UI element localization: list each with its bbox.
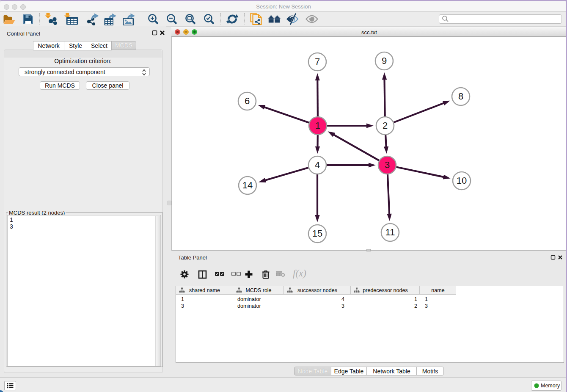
svg-text:10: 10 xyxy=(457,175,467,186)
svg-text:15: 15 xyxy=(312,228,322,239)
svg-text:4: 4 xyxy=(315,160,320,170)
svg-text:11: 11 xyxy=(385,227,395,237)
svg-text:1: 1 xyxy=(315,120,320,131)
svg-text:9: 9 xyxy=(382,55,387,66)
svg-text:6: 6 xyxy=(245,96,250,106)
svg-text:7: 7 xyxy=(315,56,320,67)
svg-text:2: 2 xyxy=(383,120,388,131)
svg-text:8: 8 xyxy=(458,91,463,102)
svg-text:3: 3 xyxy=(385,160,390,170)
svg-text:14: 14 xyxy=(242,180,253,190)
